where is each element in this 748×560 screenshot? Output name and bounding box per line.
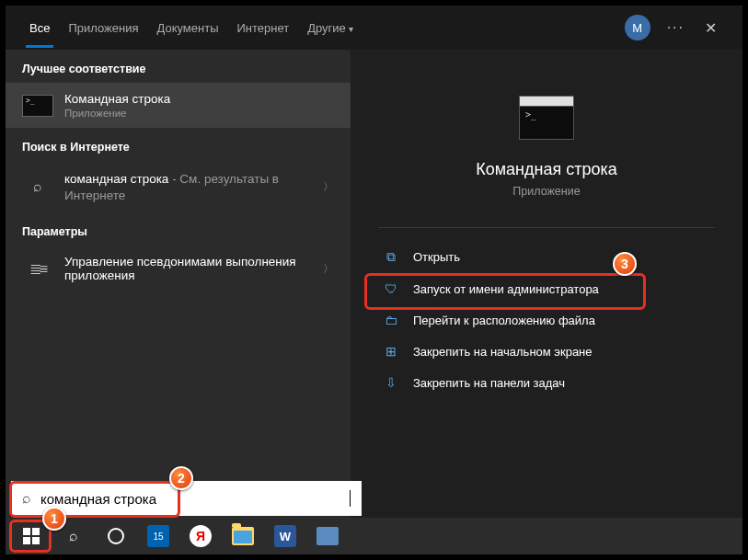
preview-title: Командная строка <box>378 160 715 179</box>
search-icon: ⌕ <box>33 178 42 195</box>
tab-apps[interactable]: Приложения <box>59 8 147 48</box>
annotation-badge-1: 1 <box>42 507 66 531</box>
taskbar-explorer[interactable] <box>223 521 263 551</box>
settings-icon: ≣≡ <box>29 260 46 278</box>
folder-icon: 🗀 <box>382 313 400 327</box>
annotation-badge-3: 3 <box>613 252 637 276</box>
preview-app-icon <box>519 96 574 140</box>
tab-other[interactable]: Другие <box>298 8 362 48</box>
annotation-badge-2: 2 <box>169 466 193 490</box>
result-title: Командная строка <box>64 92 334 106</box>
svg-rect-0 <box>23 528 30 535</box>
web-search-result[interactable]: ⌕ командная строка - См. результаты в Ин… <box>6 161 351 212</box>
tab-internet[interactable]: Интернет <box>227 8 298 48</box>
taskbar-app[interactable] <box>307 521 348 551</box>
taskbar: ⌕ Я W <box>6 518 742 554</box>
action-pin-taskbar-label: Закрепить на панели задач <box>413 376 565 390</box>
action-pin-start[interactable]: ⊞ Закрепить на начальном экране <box>378 336 715 367</box>
settings-result[interactable]: ≣≡ Управление псевдонимами выполнения пр… <box>6 246 351 291</box>
action-pin-taskbar[interactable]: ⇩ Закрепить на панели задач <box>378 367 715 398</box>
pin-taskbar-icon: ⇩ <box>382 375 400 390</box>
open-icon: ⧉ <box>382 249 400 265</box>
best-match-result[interactable]: Командная строка Приложение <box>6 83 351 128</box>
preview-pane: Командная строка Приложение ⧉ Открыть 🛡 … <box>351 50 742 554</box>
tab-documents[interactable]: Документы <box>147 8 227 48</box>
user-avatar[interactable]: M <box>625 15 650 40</box>
taskbar-word[interactable]: W <box>265 521 305 551</box>
admin-icon: 🛡 <box>382 281 400 296</box>
action-open-label: Открыть <box>413 250 460 264</box>
close-button[interactable]: ✕ <box>694 19 728 37</box>
preview-subtitle: Приложение <box>378 185 715 198</box>
action-location-label: Перейти к расположению файла <box>413 314 595 327</box>
tab-all[interactable]: Все <box>20 8 59 48</box>
word-icon: W <box>274 525 296 547</box>
search-icon: ⌕ <box>22 490 31 507</box>
action-admin-label: Запуск от имени администратора <box>413 282 599 296</box>
search-tabs: Все Приложения Документы Интернет Другие… <box>6 6 742 50</box>
windows-logo-icon <box>23 528 40 544</box>
svg-rect-1 <box>32 528 40 535</box>
pin-start-icon: ⊞ <box>382 344 400 359</box>
svg-rect-3 <box>32 537 40 544</box>
settings-item-text: Управление псевдонимами выполнения прило… <box>64 255 316 282</box>
chevron-right-icon: 〉 <box>323 179 334 195</box>
taskbar-calendar[interactable] <box>138 521 178 551</box>
action-run-as-admin[interactable]: 🛡 Запуск от имени администратора <box>378 273 715 304</box>
best-match-header: Лучшее соответствие <box>6 50 351 83</box>
action-list: ⧉ Открыть 🛡 Запуск от имени администрато… <box>378 227 715 398</box>
yandex-icon: Я <box>190 525 212 547</box>
action-pin-start-label: Закрепить на начальном экране <box>413 345 593 359</box>
web-search-header: Поиск в Интернете <box>6 128 351 161</box>
action-open[interactable]: ⧉ Открыть <box>378 241 715 273</box>
chevron-right-icon: 〉 <box>323 261 334 277</box>
result-subtitle: Приложение <box>64 108 334 119</box>
search-icon: ⌕ <box>69 528 78 544</box>
cortana-icon <box>108 528 124 544</box>
app-icon <box>316 527 339 545</box>
search-input[interactable] <box>40 491 349 507</box>
svg-rect-2 <box>23 537 30 544</box>
cmd-icon <box>22 95 53 117</box>
action-open-location[interactable]: 🗀 Перейти к расположению файла <box>378 304 715 336</box>
taskbar-yandex[interactable]: Я <box>180 521 221 551</box>
folder-icon <box>232 527 254 545</box>
calendar-icon <box>147 525 169 547</box>
taskbar-cortana-button[interactable] <box>96 521 136 551</box>
settings-header: Параметры <box>6 212 351 246</box>
web-query-text: командная строка <box>64 172 168 186</box>
more-options-button[interactable]: ··· <box>658 19 694 36</box>
